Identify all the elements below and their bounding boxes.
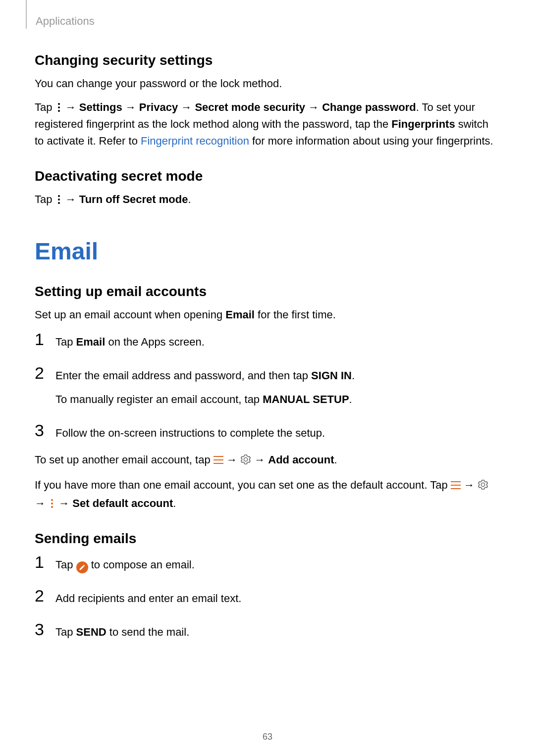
menu-item-turn-off-secret-mode: Turn off Secret mode bbox=[79, 193, 188, 205]
step-body: Follow the on-screen instructions to com… bbox=[55, 422, 500, 449]
paragraph: Tap → Settings → Privacy → Secret mode s… bbox=[35, 99, 500, 150]
running-header: Applications bbox=[36, 15, 500, 28]
text: to send the mail. bbox=[107, 626, 190, 638]
text: . bbox=[188, 193, 191, 205]
text: If you have more than one email account,… bbox=[35, 479, 451, 491]
link-fingerprint-recognition[interactable]: Fingerprint recognition bbox=[141, 135, 249, 147]
step-body: Enter the email address and password, an… bbox=[55, 364, 500, 415]
button-send: SEND bbox=[76, 626, 107, 638]
text: Tap bbox=[35, 193, 55, 205]
menu-item-privacy: Privacy bbox=[139, 101, 178, 113]
text: . bbox=[352, 369, 355, 382]
step-number: 1 bbox=[35, 554, 47, 570]
text: on the Apps screen. bbox=[105, 336, 205, 348]
heading-sending-emails: Sending emails bbox=[35, 531, 500, 547]
step-body: Tap to compose an email. bbox=[55, 554, 500, 580]
text: Tap bbox=[35, 101, 55, 113]
text: for more information about using your fi… bbox=[249, 135, 493, 147]
button-manual-setup: MANUAL SETUP bbox=[263, 393, 349, 405]
text: → bbox=[251, 454, 268, 466]
button-sign-in: SIGN IN bbox=[311, 369, 352, 382]
label-email-app: Email bbox=[225, 308, 255, 321]
step-body: Tap Email on the Apps screen. bbox=[55, 331, 500, 357]
header-rule bbox=[26, 0, 27, 29]
text: for the first time. bbox=[255, 308, 336, 321]
text: . bbox=[349, 393, 352, 405]
label-fingerprints: Fingerprints bbox=[391, 118, 455, 130]
more-options-icon bbox=[55, 194, 62, 205]
text: Set up an email account when opening bbox=[35, 308, 225, 321]
heading-changing-security: Changing security settings bbox=[35, 52, 500, 68]
text: → bbox=[55, 497, 72, 509]
text: . bbox=[334, 454, 337, 466]
step-1: 1 Tap to compose an email. bbox=[35, 554, 500, 580]
menu-item-add-account: Add account bbox=[268, 454, 334, 466]
text: → bbox=[35, 497, 49, 509]
text: to compose an email. bbox=[88, 558, 195, 571]
menu-item-set-default-account: Set default account bbox=[72, 497, 173, 509]
heading-deactivating-secret-mode: Deactivating secret mode bbox=[35, 168, 500, 184]
step-body: Add recipients and enter an email text. bbox=[55, 587, 500, 614]
step-number: 3 bbox=[35, 422, 47, 439]
paragraph: To set up another email account, tap → →… bbox=[35, 452, 500, 470]
menu-icon bbox=[214, 456, 223, 464]
text: Follow the on-screen instructions to com… bbox=[55, 425, 500, 442]
heading-email: Email bbox=[35, 238, 500, 265]
heading-setting-up-email: Setting up email accounts bbox=[35, 284, 500, 300]
text: → bbox=[62, 193, 79, 205]
step-3: 3 Follow the on-screen instructions to c… bbox=[35, 422, 500, 449]
paragraph: Set up an email account when opening Ema… bbox=[35, 306, 500, 323]
label-email-app: Email bbox=[76, 336, 106, 348]
settings-gear-icon bbox=[478, 478, 488, 495]
text: . bbox=[173, 497, 176, 509]
text: → bbox=[223, 454, 240, 466]
text: → bbox=[305, 101, 322, 113]
page-number: 63 bbox=[0, 732, 535, 742]
step-1: 1 Tap Email on the Apps screen. bbox=[35, 331, 500, 357]
text: Tap bbox=[55, 336, 76, 348]
text: Tap bbox=[55, 558, 76, 571]
menu-item-change-password: Change password bbox=[322, 101, 416, 113]
step-number: 3 bbox=[35, 621, 47, 638]
text: → bbox=[122, 101, 139, 113]
step-3: 3 Tap SEND to send the mail. bbox=[35, 621, 500, 648]
menu-icon bbox=[451, 481, 461, 489]
compose-icon bbox=[76, 561, 88, 573]
text: Tap bbox=[55, 626, 76, 638]
step-2: 2 Add recipients and enter an email text… bbox=[35, 587, 500, 614]
step-number: 2 bbox=[35, 587, 47, 604]
text: Add recipients and enter an email text. bbox=[55, 590, 500, 607]
text: → bbox=[62, 101, 79, 113]
more-options-icon bbox=[49, 498, 55, 509]
step-body: Tap SEND to send the mail. bbox=[55, 621, 500, 648]
settings-gear-icon bbox=[240, 453, 251, 470]
paragraph: If you have more than one email account,… bbox=[35, 477, 500, 512]
paragraph: You can change your password or the lock… bbox=[35, 75, 500, 92]
text: Enter the email address and password, an… bbox=[55, 369, 311, 382]
menu-item-secret-mode-security: Secret mode security bbox=[195, 101, 305, 113]
text: To manually register an email account, t… bbox=[55, 393, 263, 405]
step-number: 1 bbox=[35, 331, 47, 348]
text: → bbox=[178, 101, 195, 113]
more-options-icon bbox=[55, 102, 62, 113]
page: Applications Changing security settings … bbox=[0, 0, 535, 756]
text: → bbox=[461, 479, 478, 491]
text: To set up another email account, tap bbox=[35, 454, 214, 466]
paragraph: Tap → Turn off Secret mode. bbox=[35, 191, 500, 208]
step-number: 2 bbox=[35, 364, 47, 381]
menu-item-settings: Settings bbox=[79, 101, 122, 113]
step-2: 2 Enter the email address and password, … bbox=[35, 364, 500, 415]
